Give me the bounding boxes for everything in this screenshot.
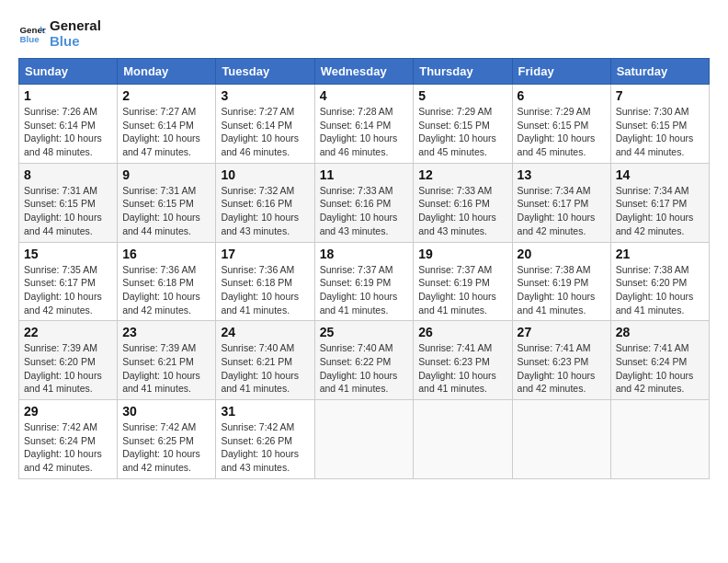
calendar-cell: 24Sunrise: 7:40 AM Sunset: 6:21 PM Dayli…: [216, 321, 314, 400]
day-number: 15: [24, 247, 112, 261]
day-number: 4: [320, 88, 409, 103]
day-number: 9: [122, 167, 210, 182]
day-number: 28: [616, 325, 704, 339]
day-info: Sunrise: 7:33 AM Sunset: 6:16 PM Dayligh…: [418, 184, 506, 238]
day-number: 24: [221, 325, 309, 339]
calendar-cell: 29Sunrise: 7:42 AM Sunset: 6:24 PM Dayli…: [19, 400, 118, 479]
logo: General Blue General Blue: [18, 18, 101, 49]
calendar-cell: 21Sunrise: 7:38 AM Sunset: 6:20 PM Dayli…: [610, 242, 709, 321]
svg-text:Blue: Blue: [20, 34, 40, 44]
logo-blue: Blue: [50, 34, 101, 50]
day-info: Sunrise: 7:28 AM Sunset: 6:14 PM Dayligh…: [320, 105, 409, 159]
day-info: Sunrise: 7:34 AM Sunset: 6:17 PM Dayligh…: [616, 184, 704, 238]
calendar-cell: 8Sunrise: 7:31 AM Sunset: 6:15 PM Daylig…: [19, 163, 118, 242]
calendar-week-4: 22Sunrise: 7:39 AM Sunset: 6:20 PM Dayli…: [19, 321, 710, 400]
day-info: Sunrise: 7:32 AM Sunset: 6:16 PM Dayligh…: [221, 184, 309, 238]
calendar-cell: 30Sunrise: 7:42 AM Sunset: 6:25 PM Dayli…: [118, 400, 216, 479]
calendar-cell: [610, 400, 709, 479]
day-number: 25: [320, 325, 409, 339]
day-number: 30: [122, 404, 210, 419]
day-info: Sunrise: 7:36 AM Sunset: 6:18 PM Dayligh…: [122, 263, 210, 317]
day-number: 21: [616, 247, 704, 261]
day-number: 16: [122, 247, 210, 261]
day-info: Sunrise: 7:41 AM Sunset: 6:23 PM Dayligh…: [518, 341, 606, 396]
day-info: Sunrise: 7:41 AM Sunset: 6:23 PM Dayligh…: [418, 341, 506, 396]
day-number: 12: [418, 167, 506, 182]
day-info: Sunrise: 7:40 AM Sunset: 6:21 PM Dayligh…: [221, 341, 309, 396]
day-info: Sunrise: 7:40 AM Sunset: 6:22 PM Dayligh…: [320, 341, 409, 396]
calendar-cell: 17Sunrise: 7:36 AM Sunset: 6:18 PM Dayli…: [216, 242, 314, 321]
day-number: 3: [221, 88, 309, 103]
calendar-cell: 1Sunrise: 7:26 AM Sunset: 6:14 PM Daylig…: [19, 85, 118, 164]
calendar-cell: 18Sunrise: 7:37 AM Sunset: 6:19 PM Dayli…: [314, 242, 414, 321]
day-info: Sunrise: 7:42 AM Sunset: 6:25 PM Dayligh…: [122, 420, 210, 475]
day-info: Sunrise: 7:26 AM Sunset: 6:14 PM Dayligh…: [24, 105, 112, 159]
day-info: Sunrise: 7:29 AM Sunset: 6:15 PM Dayligh…: [418, 105, 506, 159]
calendar-cell: 3Sunrise: 7:27 AM Sunset: 6:14 PM Daylig…: [216, 85, 314, 164]
calendar-week-3: 15Sunrise: 7:35 AM Sunset: 6:17 PM Dayli…: [19, 242, 710, 321]
day-info: Sunrise: 7:36 AM Sunset: 6:18 PM Dayligh…: [221, 263, 309, 317]
calendar-cell: 15Sunrise: 7:35 AM Sunset: 6:17 PM Dayli…: [19, 242, 118, 321]
day-number: 26: [418, 325, 506, 339]
calendar-cell: 10Sunrise: 7:32 AM Sunset: 6:16 PM Dayli…: [216, 163, 314, 242]
day-number: 7: [616, 88, 704, 103]
calendar-cell: 25Sunrise: 7:40 AM Sunset: 6:22 PM Dayli…: [314, 321, 414, 400]
day-number: 13: [518, 167, 606, 182]
col-header-friday: Friday: [512, 59, 610, 85]
calendar-cell: 19Sunrise: 7:37 AM Sunset: 6:19 PM Dayli…: [414, 242, 512, 321]
day-info: Sunrise: 7:30 AM Sunset: 6:15 PM Dayligh…: [616, 105, 704, 159]
calendar-cell: 13Sunrise: 7:34 AM Sunset: 6:17 PM Dayli…: [512, 163, 610, 242]
day-info: Sunrise: 7:37 AM Sunset: 6:19 PM Dayligh…: [320, 263, 409, 317]
calendar-cell: 27Sunrise: 7:41 AM Sunset: 6:23 PM Dayli…: [512, 321, 610, 400]
calendar-cell: 16Sunrise: 7:36 AM Sunset: 6:18 PM Dayli…: [118, 242, 216, 321]
col-header-monday: Monday: [118, 59, 216, 85]
calendar-cell: 9Sunrise: 7:31 AM Sunset: 6:15 PM Daylig…: [118, 163, 216, 242]
day-number: 19: [418, 247, 506, 261]
day-info: Sunrise: 7:31 AM Sunset: 6:15 PM Dayligh…: [122, 184, 210, 238]
day-info: Sunrise: 7:42 AM Sunset: 6:24 PM Dayligh…: [24, 420, 112, 475]
day-info: Sunrise: 7:38 AM Sunset: 6:20 PM Dayligh…: [616, 263, 704, 317]
day-info: Sunrise: 7:39 AM Sunset: 6:20 PM Dayligh…: [24, 341, 112, 396]
calendar-cell: 31Sunrise: 7:42 AM Sunset: 6:26 PM Dayli…: [216, 400, 314, 479]
day-number: 23: [122, 325, 210, 339]
calendar-cell: 14Sunrise: 7:34 AM Sunset: 6:17 PM Dayli…: [610, 163, 709, 242]
day-number: 5: [418, 88, 506, 103]
calendar-cell: 5Sunrise: 7:29 AM Sunset: 6:15 PM Daylig…: [414, 85, 512, 164]
calendar-cell: [512, 400, 610, 479]
calendar-cell: 20Sunrise: 7:38 AM Sunset: 6:19 PM Dayli…: [512, 242, 610, 321]
logo-icon: General Blue: [18, 20, 46, 48]
day-number: 29: [24, 404, 112, 419]
calendar-cell: 6Sunrise: 7:29 AM Sunset: 6:15 PM Daylig…: [512, 85, 610, 164]
calendar-week-1: 1Sunrise: 7:26 AM Sunset: 6:14 PM Daylig…: [19, 85, 710, 164]
day-info: Sunrise: 7:38 AM Sunset: 6:19 PM Dayligh…: [518, 263, 606, 317]
logo-general: General: [50, 18, 101, 34]
day-number: 18: [320, 247, 409, 261]
calendar-cell: 22Sunrise: 7:39 AM Sunset: 6:20 PM Dayli…: [19, 321, 118, 400]
day-number: 14: [616, 167, 704, 182]
calendar-cell: 2Sunrise: 7:27 AM Sunset: 6:14 PM Daylig…: [118, 85, 216, 164]
calendar-cell: [414, 400, 512, 479]
day-number: 27: [518, 325, 606, 339]
calendar-cell: 7Sunrise: 7:30 AM Sunset: 6:15 PM Daylig…: [610, 85, 709, 164]
col-header-wednesday: Wednesday: [314, 59, 414, 85]
day-info: Sunrise: 7:42 AM Sunset: 6:26 PM Dayligh…: [221, 420, 309, 475]
day-number: 22: [24, 325, 112, 339]
calendar-week-5: 29Sunrise: 7:42 AM Sunset: 6:24 PM Dayli…: [19, 400, 710, 479]
calendar-week-2: 8Sunrise: 7:31 AM Sunset: 6:15 PM Daylig…: [19, 163, 710, 242]
day-info: Sunrise: 7:33 AM Sunset: 6:16 PM Dayligh…: [320, 184, 409, 238]
day-info: Sunrise: 7:37 AM Sunset: 6:19 PM Dayligh…: [418, 263, 506, 317]
day-info: Sunrise: 7:29 AM Sunset: 6:15 PM Dayligh…: [518, 105, 606, 159]
calendar-cell: [314, 400, 414, 479]
calendar-cell: 26Sunrise: 7:41 AM Sunset: 6:23 PM Dayli…: [414, 321, 512, 400]
calendar-cell: 11Sunrise: 7:33 AM Sunset: 6:16 PM Dayli…: [314, 163, 414, 242]
page-header: General Blue General Blue: [18, 18, 710, 49]
calendar-cell: 23Sunrise: 7:39 AM Sunset: 6:21 PM Dayli…: [118, 321, 216, 400]
col-header-sunday: Sunday: [19, 59, 118, 85]
calendar-cell: 12Sunrise: 7:33 AM Sunset: 6:16 PM Dayli…: [414, 163, 512, 242]
col-header-thursday: Thursday: [414, 59, 512, 85]
day-info: Sunrise: 7:34 AM Sunset: 6:17 PM Dayligh…: [518, 184, 606, 238]
day-number: 1: [24, 88, 112, 103]
day-number: 8: [24, 167, 112, 182]
day-number: 2: [122, 88, 210, 103]
col-header-saturday: Saturday: [610, 59, 709, 85]
